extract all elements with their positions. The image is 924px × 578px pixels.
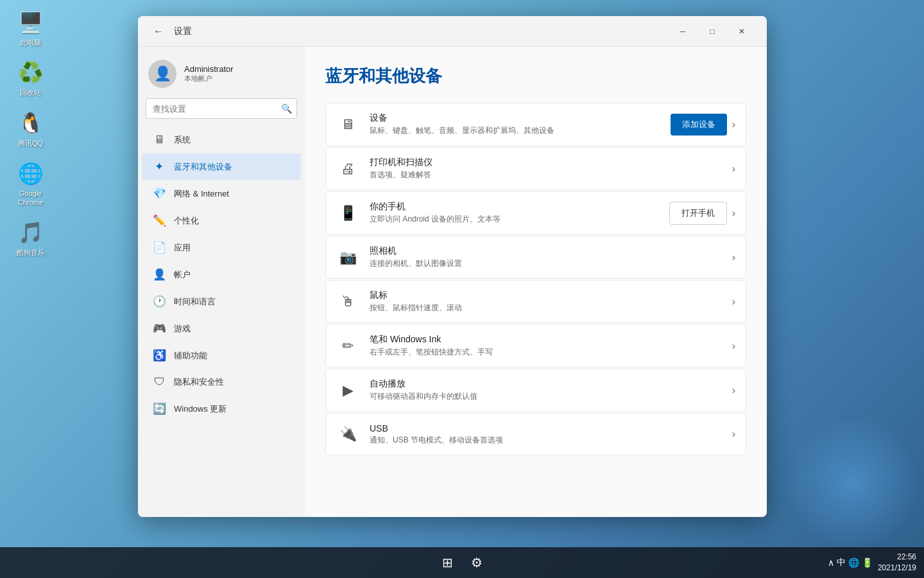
settings-item-printer[interactable]: 🖨 打印机和扫描仪 首选项、疑难解答 › <box>325 147 746 190</box>
recycle-label: 回收站 <box>20 88 41 97</box>
computer-label: 此电脑 <box>20 38 41 47</box>
sidebar-item-privacy[interactable]: 🛡 隐私和安全性 <box>142 369 301 395</box>
taskbar-right: ∧ 中 🌐 🔋 22:56 2021/12/19 <box>828 552 916 574</box>
bluetooth-nav-label: 蓝牙和其他设备 <box>174 161 232 173</box>
accounts-nav-label: 帐户 <box>174 269 191 281</box>
time-nav-icon: 🕐 <box>152 295 166 308</box>
recycle-icon: ♻️ <box>18 60 44 85</box>
sidebar-item-apps[interactable]: 📄 应用 <box>142 234 301 261</box>
settings-window: ← 设置 ─ □ ✕ 👤 Administrator 本地帐户 <box>138 16 767 517</box>
sidebar-item-time[interactable]: 🕐 时间和语言 <box>142 288 301 315</box>
accessibility-nav-label: 辅助功能 <box>174 350 207 362</box>
desktop-icon-recycle[interactable]: ♻️ 回收站 <box>6 57 55 100</box>
qqmusic-icon: 🎵 <box>18 220 44 245</box>
sidebar-item-accounts[interactable]: 👤 帐户 <box>142 261 301 288</box>
printer-text: 打印机和扫描仪 首选项、疑难解答 <box>370 157 727 180</box>
privacy-nav-icon: 🛡 <box>152 376 166 389</box>
settings-item-phone[interactable]: 📱 你的手机 立即访问 Android 设备的照片、文本等 打开手机 › <box>325 191 746 234</box>
close-button[interactable]: ✕ <box>727 21 757 42</box>
usb-desc: 通知、USB 节电模式、移动设备首选项 <box>370 435 727 446</box>
avatar: 👤 <box>148 60 176 88</box>
system-nav-label: 系统 <box>174 134 191 146</box>
time-nav-label: 时间和语言 <box>174 296 216 308</box>
qq-label: 腾讯QQ <box>18 139 43 148</box>
taskbar-center: ⊞ ⚙ <box>434 550 490 575</box>
desktop-icons: 🖥️ 此电脑 ♻️ 回收站 🐧 腾讯QQ 🌐 Google Chrome 🎵 酷… <box>6 6 55 261</box>
start-button[interactable]: ⊞ <box>434 550 460 575</box>
window-title: 设置 <box>174 26 192 37</box>
maximize-button[interactable]: □ <box>697 21 727 42</box>
settings-taskbar-button[interactable]: ⚙ <box>464 550 490 575</box>
autoplay-desc: 可移动驱动器和内存卡的默认值 <box>370 391 727 402</box>
sidebar-item-bluetooth[interactable]: ✦ 蓝牙和其他设备 <box>142 153 301 180</box>
ime-icon[interactable]: 中 <box>837 557 846 568</box>
settings-item-camera[interactable]: 📷 照相机 连接的相机、默认图像设置 › <box>325 236 746 279</box>
chrome-icon: 🌐 <box>18 161 44 186</box>
printer-desc: 首选项、疑难解答 <box>370 170 727 180</box>
mouse-desc: 按钮、鼠标指针速度、滚动 <box>370 302 727 313</box>
camera-desc: 连接的相机、默认图像设置 <box>370 258 727 269</box>
system-nav-icon: 🖥 <box>152 134 166 146</box>
phone-action-btn[interactable]: 打开手机 <box>669 202 727 225</box>
page-title: 蓝牙和其他设备 <box>325 65 746 87</box>
back-button[interactable]: ← <box>148 21 169 42</box>
pen-title: 笔和 Windows Ink <box>370 334 727 346</box>
settings-item-autoplay[interactable]: ▶ 自动播放 可移动驱动器和内存卡的默认值 › <box>325 369 746 412</box>
sidebar-item-network[interactable]: 💎 网络 & Internet <box>142 180 301 207</box>
desktop-icon-qq[interactable]: 🐧 腾讯QQ <box>6 107 55 151</box>
pen-desc: 右手或左手、笔按钮快捷方式、手写 <box>370 347 727 358</box>
sidebar-item-personalization[interactable]: ✏️ 个性化 <box>142 207 301 234</box>
settings-item-devices[interactable]: 🖥 设备 鼠标、键盘、触笔、音频、显示器和扩展坞、其他设备 添加设备 › <box>325 103 746 146</box>
printer-icon: 🖨 <box>336 157 359 180</box>
battery-icon[interactable]: 🔋 <box>862 557 873 568</box>
devices-title: 设备 <box>370 112 663 124</box>
desktop-icon-chrome[interactable]: 🌐 Google Chrome <box>6 157 55 211</box>
search-icon[interactable]: 🔍 <box>281 103 292 114</box>
search-box: 🔍 <box>146 98 297 119</box>
devices-chevron: › <box>732 119 735 130</box>
phone-action: 打开手机 <box>669 202 727 225</box>
camera-title: 照相机 <box>370 245 727 257</box>
minimize-button[interactable]: ─ <box>668 21 697 42</box>
update-nav-label: Windows 更新 <box>174 403 227 415</box>
personalization-nav-label: 个性化 <box>174 215 199 227</box>
usb-icon: 🔌 <box>336 423 359 446</box>
settings-item-mouse[interactable]: 🖱 鼠标 按钮、鼠标指针速度、滚动 › <box>325 280 746 323</box>
sidebar: 👤 Administrator 本地帐户 🔍 🖥 系统 ✦ 蓝牙和其他设备 💎 … <box>138 47 305 517</box>
desktop-decoration <box>783 419 924 547</box>
mouse-icon: 🖱 <box>336 290 359 313</box>
main-content: 蓝牙和其他设备 🖥 设备 鼠标、键盘、触笔、音频、显示器和扩展坞、其他设备 添加… <box>305 47 767 517</box>
sidebar-item-gaming[interactable]: 🎮 游戏 <box>142 315 301 342</box>
camera-icon: 📷 <box>336 246 359 269</box>
privacy-nav-label: 隐私和安全性 <box>174 376 224 388</box>
apps-nav-label: 应用 <box>174 242 191 254</box>
update-nav-icon: 🔄 <box>152 402 166 416</box>
taskbar-clock[interactable]: 22:56 2021/12/19 <box>878 552 916 574</box>
sidebar-item-system[interactable]: 🖥 系统 <box>142 127 301 153</box>
usb-chevron: › <box>732 428 735 440</box>
desktop-icon-computer[interactable]: 🖥️ 此电脑 <box>6 6 55 50</box>
devices-action-btn[interactable]: 添加设备 <box>671 114 727 136</box>
phone-text: 你的手机 立即访问 Android 设备的照片、文本等 <box>370 201 662 225</box>
user-type: 本地帐户 <box>184 74 234 83</box>
tray-expand-icon[interactable]: ∧ <box>828 557 834 568</box>
user-section: 👤 Administrator 本地帐户 <box>138 52 305 98</box>
chrome-label: Google Chrome <box>10 189 51 207</box>
pen-text: 笔和 Windows Ink 右手或左手、笔按钮快捷方式、手写 <box>370 334 727 358</box>
gaming-nav-label: 游戏 <box>174 323 191 335</box>
sidebar-item-accessibility[interactable]: ♿ 辅助功能 <box>142 342 301 369</box>
window-body: 👤 Administrator 本地帐户 🔍 🖥 系统 ✦ 蓝牙和其他设备 💎 … <box>138 47 767 517</box>
search-input[interactable] <box>146 98 297 119</box>
network-icon[interactable]: 🌐 <box>848 557 859 568</box>
network-nav-icon: 💎 <box>152 187 166 200</box>
sidebar-item-update[interactable]: 🔄 Windows 更新 <box>142 396 301 422</box>
mouse-title: 鼠标 <box>370 290 727 301</box>
settings-item-pen[interactable]: ✏ 笔和 Windows Ink 右手或左手、笔按钮快捷方式、手写 › <box>325 324 746 367</box>
gaming-nav-icon: 🎮 <box>152 322 166 335</box>
settings-item-usb[interactable]: 🔌 USB 通知、USB 节电模式、移动设备首选项 › <box>325 413 746 455</box>
accessibility-nav-icon: ♿ <box>152 349 166 362</box>
taskbar-sys-icons: ∧ 中 🌐 🔋 <box>828 557 873 568</box>
usb-text: USB 通知、USB 节电模式、移动设备首选项 <box>370 423 727 446</box>
devices-action: 添加设备 <box>671 114 727 136</box>
desktop-icon-qqmusic[interactable]: 🎵 酷狗音乐 <box>6 216 55 260</box>
